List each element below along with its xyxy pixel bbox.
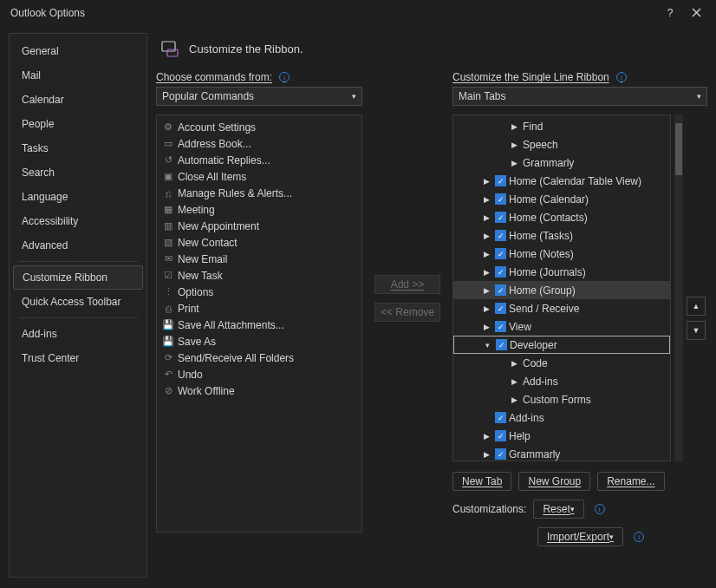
tree-group[interactable]: ▶Code	[453, 354, 670, 372]
tree-group[interactable]: ▶Add-ins	[453, 372, 670, 390]
expand-icon[interactable]: ▶	[508, 377, 520, 386]
info-icon[interactable]: i	[634, 532, 644, 542]
rename-button[interactable]: Rename...	[597, 472, 664, 491]
cmd-meeting[interactable]: ▦Meeting	[159, 201, 360, 218]
ribbon-tree[interactable]: ▶Find ▶Speech ▶Grammarly ▶✓Home (Calenda…	[452, 114, 671, 461]
checkbox[interactable]: ✓	[495, 248, 506, 259]
remove-button[interactable]: << Remove	[374, 303, 440, 322]
tree-tab-developer[interactable]: ▾✓Developer	[453, 336, 670, 354]
help-button[interactable]: ?	[657, 0, 683, 26]
nav-advanced[interactable]: Advanced	[10, 233, 146, 258]
cmd-address-book[interactable]: ▭Address Book...	[159, 135, 360, 152]
tree-tab[interactable]: ▶✓Home (Calendar)	[453, 190, 670, 208]
checkbox[interactable]: ✓	[495, 321, 506, 332]
move-up-button[interactable]: ▲	[687, 297, 706, 316]
checkbox[interactable]: ✓	[495, 230, 506, 241]
tree-tab[interactable]: ✓Add-ins	[453, 408, 670, 427]
checkbox[interactable]: ✓	[495, 430, 506, 441]
expand-icon[interactable]: ▶	[508, 395, 520, 404]
cmd-close-all[interactable]: ▣Close All Items	[159, 168, 360, 185]
tree-tab[interactable]: ▶✓Home (Notes)	[453, 245, 670, 263]
reset-button[interactable]: Reset ▾	[533, 500, 583, 519]
expand-icon[interactable]: ▶	[480, 450, 492, 459]
tree-tab[interactable]: ▶✓Home (Contacts)	[453, 208, 670, 226]
nav-trust[interactable]: Trust Center	[10, 346, 146, 370]
cmd-new-contact[interactable]: ▧New Contact	[159, 234, 360, 251]
scrollbar-thumb[interactable]	[675, 123, 682, 175]
checkbox[interactable]: ✓	[495, 412, 506, 423]
commands-listbox[interactable]: ⚙Account Settings ▭Address Book... ↺Auto…	[156, 114, 362, 532]
nav-customize-ribbon[interactable]: Customize Ribbon	[13, 265, 143, 290]
move-down-button[interactable]: ▼	[687, 321, 706, 340]
cmd-undo[interactable]: ↶Undo	[159, 366, 360, 382]
tree-tab[interactable]: ▶✓Home (Group)	[453, 281, 670, 299]
cmd-save-as[interactable]: 💾Save As	[159, 333, 360, 350]
nav-addins[interactable]: Add-ins	[10, 322, 146, 346]
cmd-new-email[interactable]: ✉New Email	[159, 251, 360, 267]
cmd-sendreceive[interactable]: ⟳Send/Receive All Folders	[159, 350, 360, 366]
info-icon[interactable]: i	[616, 72, 627, 82]
tree-tab[interactable]: ▶✓Grammarly	[453, 445, 670, 461]
expand-icon[interactable]: ▶	[480, 177, 492, 186]
new-group-button[interactable]: New Group	[518, 472, 590, 491]
nav-accessibility[interactable]: Accessibility	[10, 209, 146, 233]
cmd-new-task[interactable]: ☑New Task	[159, 267, 360, 284]
expand-icon[interactable]: ▶	[508, 122, 520, 131]
tree-tab[interactable]: ▶✓Send / Receive	[453, 299, 670, 317]
cmd-offline[interactable]: ⊘Work Offline	[159, 382, 360, 399]
cmd-auto-replies[interactable]: ↺Automatic Replies...	[159, 152, 360, 168]
tree-tab[interactable]: ▶✓Home (Calendar Table View)	[453, 172, 670, 190]
checkbox[interactable]: ✓	[495, 284, 506, 296]
close-button[interactable]	[683, 0, 709, 26]
expand-icon[interactable]: ▶	[480, 268, 492, 277]
info-icon[interactable]: i	[595, 504, 605, 514]
ribbon-scope-dropdown[interactable]: Main Tabs ▾	[452, 87, 707, 106]
checkbox[interactable]: ✓	[495, 175, 506, 186]
expand-icon[interactable]: ▶	[508, 159, 520, 167]
cmd-new-appt[interactable]: ▥New Appointment	[159, 218, 360, 234]
cmd-save-all[interactable]: 💾Save All Attachments...	[159, 317, 360, 333]
nav-tasks[interactable]: Tasks	[10, 136, 146, 160]
tree-scrollbar[interactable]	[674, 114, 683, 461]
tree-tab[interactable]: ▶✓Help	[453, 427, 670, 445]
cmd-print[interactable]: ⎙Print	[159, 300, 360, 317]
choose-commands-dropdown[interactable]: Popular Commands ▾	[156, 87, 362, 106]
tree-item[interactable]: ▶Grammarly	[453, 154, 670, 172]
tree-tab[interactable]: ▶✓View	[453, 317, 670, 336]
tree-tab[interactable]: ▶✓Home (Tasks)	[453, 226, 670, 245]
checkbox[interactable]: ✓	[495, 266, 506, 278]
expand-icon[interactable]: ▶	[480, 323, 492, 331]
expand-icon[interactable]: ▶	[480, 213, 492, 222]
expand-icon[interactable]: ▶	[508, 140, 520, 149]
cmd-account-settings[interactable]: ⚙Account Settings	[159, 119, 360, 135]
nav-quick-access[interactable]: Quick Access Toolbar	[10, 290, 146, 314]
collapse-icon[interactable]: ▾	[481, 341, 493, 350]
expand-icon[interactable]: ▶	[480, 250, 492, 258]
new-tab-button[interactable]: New Tab	[452, 472, 511, 491]
tree-tab[interactable]: ▶✓Home (Journals)	[453, 263, 670, 281]
checkbox[interactable]: ✓	[495, 212, 506, 223]
add-button[interactable]: Add >>	[374, 275, 440, 294]
nav-mail[interactable]: Mail	[10, 63, 146, 88]
expand-icon[interactable]: ▶	[480, 195, 492, 204]
checkbox[interactable]: ✓	[495, 193, 506, 205]
cmd-options[interactable]: ⋮Options	[159, 284, 360, 300]
expand-icon[interactable]: ▶	[480, 286, 492, 295]
nav-calendar[interactable]: Calendar	[10, 88, 146, 112]
tree-item[interactable]: ▶Speech	[453, 135, 670, 154]
info-icon[interactable]: i	[279, 72, 290, 82]
nav-search[interactable]: Search	[10, 160, 146, 185]
import-export-button[interactable]: Import/Export ▾	[537, 527, 623, 546]
checkbox[interactable]: ✓	[496, 339, 507, 350]
checkbox[interactable]: ✓	[495, 448, 506, 460]
expand-icon[interactable]: ▶	[480, 304, 492, 313]
tree-group[interactable]: ▶Custom Forms	[453, 390, 670, 408]
nav-language[interactable]: Language	[10, 185, 146, 209]
nav-general[interactable]: General	[10, 39, 146, 63]
cmd-manage-rules[interactable]: ⎌Manage Rules & Alerts...	[159, 185, 360, 201]
tree-item[interactable]: ▶Find	[453, 117, 670, 135]
nav-people[interactable]: People	[10, 112, 146, 136]
expand-icon[interactable]: ▶	[508, 359, 520, 368]
expand-icon[interactable]: ▶	[480, 232, 492, 240]
checkbox[interactable]: ✓	[495, 303, 506, 314]
